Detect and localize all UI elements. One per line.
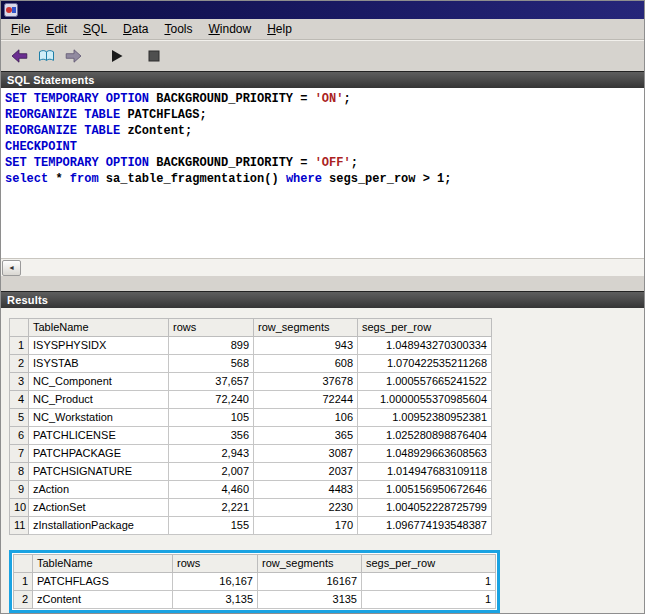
- row-number: 1: [10, 337, 29, 355]
- sql-statements-header: SQL Statements: [1, 71, 644, 88]
- cell-segs-per-row: 1.070422535211268: [358, 355, 492, 373]
- cell-rows: 2,943: [169, 445, 254, 463]
- cell-tablename: zContent: [33, 591, 173, 609]
- table-row[interactable]: 9zAction4,46044831.005156950672646: [10, 481, 492, 499]
- cell-rows: 3,135: [173, 591, 258, 609]
- forward-button[interactable]: [60, 44, 87, 69]
- results-table: TableNamerowsrow_segmentssegs_per_row 1I…: [9, 318, 492, 535]
- cell-segs-per-row: 1.048929663608563: [358, 445, 492, 463]
- row-number: 11: [10, 517, 29, 535]
- menu-edit[interactable]: Edit: [38, 20, 75, 39]
- cell-tablename: NC_Component: [29, 373, 169, 391]
- highlight-annotation: TableNamerowsrow_segmentssegs_per_row 1P…: [9, 550, 500, 613]
- row-number: 2: [10, 355, 29, 373]
- cell-row-segments: 170: [254, 517, 358, 535]
- cell-tablename: zActionSet: [29, 499, 169, 517]
- cell-segs-per-row: 1.00952380952381: [358, 409, 492, 427]
- scroll-left-button[interactable]: ◄: [2, 260, 21, 276]
- row-number: 5: [10, 409, 29, 427]
- cell-rows: 2,007: [169, 463, 254, 481]
- cell-row-segments: 37678: [254, 373, 358, 391]
- arrow-right-icon: [65, 49, 82, 63]
- cell-tablename: zAction: [29, 481, 169, 499]
- menu-window[interactable]: Window: [200, 20, 259, 39]
- cell-tablename: NC_Workstation: [29, 409, 169, 427]
- cell-rows: 2,221: [169, 499, 254, 517]
- app-window: FileEditSQLDataToolsWindowHelp SQL State…: [0, 0, 645, 614]
- table-row[interactable]: 7PATCHPACKAGE2,94330871.048929663608563: [10, 445, 492, 463]
- cell-row-segments: 365: [254, 427, 358, 445]
- cell-segs-per-row: 1.025280898876404: [358, 427, 492, 445]
- column-header-row-segments[interactable]: row_segments: [258, 555, 362, 573]
- table-row[interactable]: 4NC_Product72,240722441.0000055370985604: [10, 391, 492, 409]
- row-number: 3: [10, 373, 29, 391]
- cell-rows: 899: [169, 337, 254, 355]
- sql-editor[interactable]: SET TEMPORARY OPTION BACKGROUND_PRIORITY…: [1, 88, 644, 258]
- column-header-segs-per-row[interactable]: segs_per_row: [362, 555, 496, 573]
- cell-tablename: ISYSTAB: [29, 355, 169, 373]
- cell-tablename: NC_Product: [29, 391, 169, 409]
- cell-rows: 568: [169, 355, 254, 373]
- stop-icon: [148, 50, 160, 62]
- cell-segs-per-row: 1.000557665241522: [358, 373, 492, 391]
- cell-segs-per-row: 1.005156950672646: [358, 481, 492, 499]
- cell-row-segments: 3087: [254, 445, 358, 463]
- cell-rows: 356: [169, 427, 254, 445]
- column-header-tablename[interactable]: TableName: [33, 555, 173, 573]
- sql-line: SET TEMPORARY OPTION BACKGROUND_PRIORITY…: [5, 155, 640, 171]
- sql-line: CHECKPOINT: [5, 139, 640, 155]
- title-bar[interactable]: [1, 1, 644, 19]
- table-row[interactable]: 5NC_Workstation1051061.00952380952381: [10, 409, 492, 427]
- cell-rows: 105: [169, 409, 254, 427]
- cell-segs-per-row: 1.014947683109118: [358, 463, 492, 481]
- column-header-rows[interactable]: rows: [173, 555, 258, 573]
- column-header-rows[interactable]: rows: [169, 319, 254, 337]
- cell-segs-per-row: 1: [362, 591, 496, 609]
- cell-row-segments: 943: [254, 337, 358, 355]
- table-row[interactable]: 10zActionSet2,22122301.004052228725799: [10, 499, 492, 517]
- cell-tablename: PATCHPACKAGE: [29, 445, 169, 463]
- table-row[interactable]: 6PATCHLICENSE3563651.025280898876404: [10, 427, 492, 445]
- row-number: 10: [10, 499, 29, 517]
- sql-line: select * from sa_table_fragmentation() w…: [5, 171, 640, 187]
- highlight-table-row[interactable]: 2zContent3,13531351: [14, 591, 496, 609]
- table-row[interactable]: 11zInstallationPackage1551701.0967741935…: [10, 517, 492, 535]
- column-header-tablename[interactable]: TableName: [29, 319, 169, 337]
- menu-tools[interactable]: Tools: [156, 20, 200, 39]
- sql-line: SET TEMPORARY OPTION BACKGROUND_PRIORITY…: [5, 91, 640, 107]
- interrupt-button[interactable]: [140, 44, 167, 69]
- sql-horizontal-scrollbar[interactable]: ◄: [1, 258, 644, 276]
- execute-button[interactable]: [103, 44, 130, 69]
- cell-row-segments: 2230: [254, 499, 358, 517]
- cell-segs-per-row: 1: [362, 573, 496, 591]
- cell-rows: 72,240: [169, 391, 254, 409]
- table-row[interactable]: 8PATCHSIGNATURE2,00720371.01494768310911…: [10, 463, 492, 481]
- highlight-table-row[interactable]: 1PATCHFLAGS16,167161671: [14, 573, 496, 591]
- menu-sql[interactable]: SQL: [75, 20, 115, 39]
- panel-divider: [1, 276, 644, 291]
- cell-segs-per-row: 1.004052228725799: [358, 499, 492, 517]
- back-button[interactable]: [6, 44, 33, 69]
- play-icon: [110, 49, 124, 63]
- header-row: TableNamerowsrow_segmentssegs_per_row: [10, 319, 492, 337]
- menu-help[interactable]: Help: [259, 20, 300, 39]
- cell-rows: 4,460: [169, 481, 254, 499]
- cell-tablename: zInstallationPackage: [29, 517, 169, 535]
- column-header-row-segments[interactable]: row_segments: [254, 319, 358, 337]
- table-row[interactable]: 1ISYSPHYSIDX8999431.048943270300334: [10, 337, 492, 355]
- row-number: 2: [14, 591, 33, 609]
- cell-row-segments: 4483: [254, 481, 358, 499]
- table-row[interactable]: 2ISYSTAB5686081.070422535211268: [10, 355, 492, 373]
- table-row[interactable]: 3NC_Component37,657376781.00055766524152…: [10, 373, 492, 391]
- app-icon: [4, 3, 18, 17]
- sql-line: REORGANIZE TABLE PATCHFLAGS;: [5, 107, 640, 123]
- toolbar: [1, 40, 644, 71]
- cell-row-segments: 3135: [258, 591, 362, 609]
- results-header: Results: [1, 291, 644, 308]
- recall-button[interactable]: [33, 44, 60, 69]
- column-header-segs-per-row[interactable]: segs_per_row: [358, 319, 492, 337]
- cell-rows: 37,657: [169, 373, 254, 391]
- cell-row-segments: 16167: [258, 573, 362, 591]
- menu-file[interactable]: File: [3, 20, 38, 39]
- menu-data[interactable]: Data: [115, 20, 156, 39]
